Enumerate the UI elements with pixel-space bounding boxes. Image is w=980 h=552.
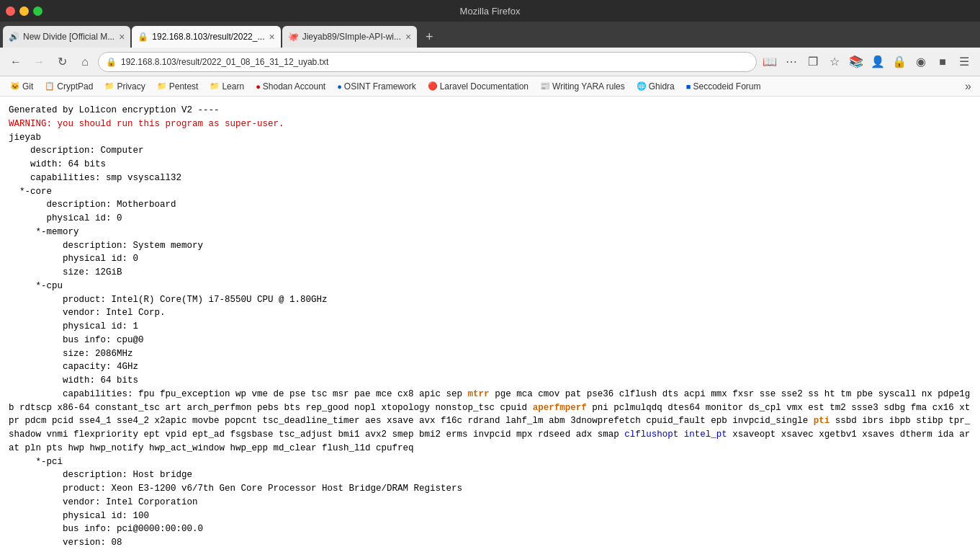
bookmarks-bar: 🐱 Git 📋 CryptPad 📁 Privacy 📁 Pentest 📁 L… <box>0 76 980 97</box>
reader-mode-button[interactable]: 📖 <box>760 52 780 72</box>
window-title: Mozilla Firefox <box>460 6 521 17</box>
tab-new-divide[interactable]: 🔊 New Divide [Official M... × <box>3 26 130 48</box>
bookmark-seccode-label: Seccodeid Forum <box>693 81 760 92</box>
bookmark-learn[interactable]: 📁 Learn <box>205 80 248 93</box>
toolbar-icons: 📖 ⋯ ❒ ☆ 📚 👤 🔒 ◉ ■ ☰ <box>760 52 974 72</box>
ublock-button[interactable]: 🔒 <box>889 52 909 72</box>
pentest-icon: 📁 <box>157 81 167 91</box>
bookmark-pentest-label: Pentest <box>169 81 199 92</box>
bookmark-osint[interactable]: ● OSINT Framework <box>333 80 420 93</box>
page-content: Generated by Lolicon encryption V2 ---- … <box>0 97 980 552</box>
sync-button[interactable]: 👤 <box>868 52 888 72</box>
bookmark-yara-label: Writing YARA rules <box>552 81 625 92</box>
laravel-icon: 🔴 <box>428 81 438 91</box>
bookmarks-more-button[interactable]: » <box>962 80 974 93</box>
bookmark-privacy-label: Privacy <box>117 81 145 92</box>
tab-bar: 🔊 New Divide [Official M... × 🔒 192.168.… <box>0 22 980 48</box>
bookmark-laravel[interactable]: 🔴 Laravel Documentation <box>423 80 533 93</box>
bookmark-star-button[interactable]: ☆ <box>824 52 845 72</box>
tab-close-3[interactable]: × <box>405 31 411 43</box>
extension3-button[interactable]: ■ <box>932 52 953 72</box>
bookmark-laravel-label: Laravel Documentation <box>440 81 529 92</box>
tab-favicon-1: 🔊 <box>9 32 19 42</box>
maximize-window-button[interactable] <box>33 6 42 16</box>
reload-button[interactable]: ↻ <box>52 52 72 72</box>
yara-icon: 📰 <box>540 81 550 91</box>
navbar: ← → ↻ ⌂ 🔒 192.168.8.103/result/2022_01_0… <box>0 48 980 76</box>
minimize-window-button[interactable] <box>19 6 29 16</box>
close-window-button[interactable] <box>6 6 15 16</box>
menu-button[interactable]: ☰ <box>954 52 974 72</box>
bookmark-ghidra-label: Ghidra <box>649 81 675 92</box>
forward-button[interactable]: → <box>29 52 49 72</box>
bookmark-learn-label: Learn <box>222 81 244 92</box>
back-button[interactable]: ← <box>6 52 26 72</box>
url-text: 192.168.8.103/result/2022_01_08_16_31_12… <box>121 57 749 67</box>
home-button[interactable]: ⌂ <box>75 52 95 72</box>
bookmark-ghidra[interactable]: 🌐 Ghidra <box>632 80 679 93</box>
learn-icon: 📁 <box>210 81 220 91</box>
security-icon: 🔒 <box>106 57 117 67</box>
pocket-button[interactable]: ❒ <box>803 52 823 72</box>
bookmark-pentest[interactable]: 📁 Pentest <box>153 80 203 93</box>
tab-favicon-3: 🐙 <box>288 32 298 42</box>
bookmark-cryptpad[interactable]: 📋 CryptPad <box>40 80 97 93</box>
seccode-icon: ■ <box>686 82 691 91</box>
privacy-icon: 📁 <box>104 81 114 91</box>
bookmark-yara[interactable]: 📰 Writing YARA rules <box>536 80 629 93</box>
window-controls <box>6 6 42 16</box>
tab-github[interactable]: 🐙 Jieyab89/SImple-API-wi... × <box>282 26 418 48</box>
tab-close-2[interactable]: × <box>269 31 274 43</box>
bookmark-privacy[interactable]: 📁 Privacy <box>100 80 149 93</box>
bookmark-git-label: Git <box>22 81 33 92</box>
osint-icon: ● <box>337 82 342 91</box>
cryptpad-icon: 📋 <box>45 81 55 91</box>
bookmark-shodan[interactable]: ● Shodan Account <box>251 80 330 93</box>
new-tab-button[interactable]: + <box>418 26 440 48</box>
tab-close-1[interactable]: × <box>119 31 125 43</box>
ghidra-icon: 🌐 <box>637 81 647 91</box>
bookmark-osint-label: OSINT Framework <box>344 81 416 92</box>
bookmark-shodan-label: Shodan Account <box>263 81 325 92</box>
shodan-icon: ● <box>256 82 261 91</box>
titlebar: Mozilla Firefox <box>0 0 980 22</box>
bookmark-seccode[interactable]: ■ Seccodeid Forum <box>682 80 765 93</box>
address-bar[interactable]: 🔒 192.168.8.103/result/2022_01_08_16_31_… <box>98 52 757 72</box>
tab-label-2: 192.168.8.103/result/2022_... <box>152 32 264 42</box>
tab-label-1: New Divide [Official M... <box>23 32 114 42</box>
more-button[interactable]: ⋯ <box>781 52 801 72</box>
tab-label-3: Jieyab89/SImple-API-wi... <box>302 32 401 42</box>
extension2-button[interactable]: ◉ <box>911 52 931 72</box>
bookmark-git[interactable]: 🐱 Git <box>6 80 37 93</box>
bookmark-cryptpad-label: CryptPad <box>57 81 93 92</box>
git-icon: 🐱 <box>10 81 20 91</box>
history-button[interactable]: 📚 <box>846 52 866 72</box>
tab-result[interactable]: 🔒 192.168.8.103/result/2022_... × <box>132 26 280 48</box>
tab-favicon-2: 🔒 <box>138 32 148 42</box>
